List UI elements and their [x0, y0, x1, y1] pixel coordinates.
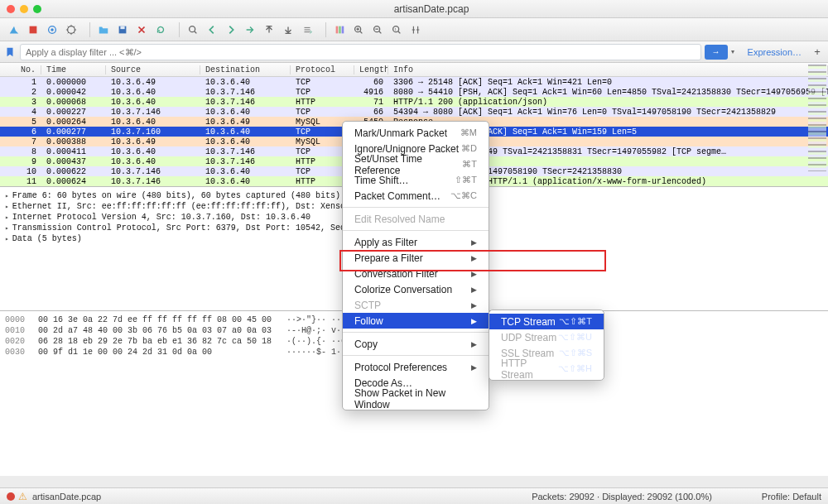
reload-file-button[interactable] [152, 21, 170, 39]
svg-rect-7 [336, 26, 339, 33]
window-title: artisanDate.pcap [41, 3, 821, 15]
resize-columns-button[interactable] [407, 21, 425, 39]
ctx-time-reference[interactable]: Set/Unset Time Reference⌘T [343, 156, 489, 172]
context-menu: Mark/Unmark Packet⌘M Ignore/Unignore Pac… [342, 121, 489, 410]
col-destination[interactable]: Destination [200, 65, 291, 74]
titlebar: artisanDate.pcap [0, 0, 828, 18]
packet-minimap[interactable] [808, 64, 826, 171]
ctx-prepare-filter[interactable]: Prepare a Filter▶ [343, 250, 489, 266]
status-packets: Packets: 29092 · Displayed: 29092 (100.0… [532, 492, 712, 502]
ctx-packet-comment[interactable]: Packet Comment…⌥⌘C [343, 188, 489, 204]
ctx-copy[interactable]: Copy▶ [343, 336, 489, 352]
filter-dropdown-icon[interactable]: ▾ [731, 48, 739, 55]
table-row[interactable]: 40.00022710.3.7.14610.3.6.40TCP6654394 →… [0, 107, 828, 117]
table-row[interactable]: 30.00006810.3.6.4010.3.7.146HTTP71HTTP/1… [0, 97, 828, 107]
sub-tcp-stream[interactable]: TCP Stream⌥⇧⌘T [489, 314, 604, 329]
ctx-protocol-preferences[interactable]: Protocol Preferences▶ [343, 359, 489, 375]
ctx-sctp: SCTP▶ [343, 297, 489, 313]
display-filter-input[interactable] [20, 44, 701, 60]
maximize-window-button[interactable] [33, 5, 41, 13]
col-source[interactable]: Source [106, 65, 200, 74]
col-time[interactable]: Time [41, 65, 106, 74]
svg-point-6 [190, 26, 195, 31]
colorize-button[interactable] [330, 21, 349, 39]
ctx-apply-filter[interactable]: Apply as Filter▶ [343, 234, 489, 250]
packet-list-header: No. Time Source Destination Protocol Len… [0, 63, 828, 77]
ctx-colorize-conversation[interactable]: Colorize Conversation▶ [343, 281, 489, 297]
ctx-mark-packet[interactable]: Mark/Unmark Packet⌘M [343, 125, 489, 141]
status-file: artisanDate.pcap [32, 492, 532, 502]
stop-capture-button[interactable] [24, 21, 42, 39]
svg-rect-8 [339, 26, 341, 33]
expert-info-led[interactable] [7, 492, 15, 501]
sub-http-stream: HTTP Stream⌥⇧⌘H [489, 361, 604, 377]
status-profile[interactable]: Profile: Default [762, 492, 821, 502]
ctx-conversation-filter[interactable]: Conversation Filter▶ [343, 266, 489, 281]
go-back-button[interactable] [203, 21, 221, 39]
col-no[interactable]: No. [0, 65, 41, 74]
add-filter-button[interactable]: + [810, 46, 825, 58]
svg-text:1: 1 [394, 26, 397, 31]
expression-button[interactable]: Expression… [743, 46, 806, 59]
ctx-edit-resolved-name: Edit Resolved Name [343, 211, 489, 227]
svg-rect-9 [342, 26, 344, 33]
save-file-button[interactable] [113, 21, 132, 39]
warning-icon[interactable]: ⚠︎ [18, 491, 27, 502]
apply-filter-button[interactable] [705, 45, 728, 60]
col-info[interactable]: Info [388, 65, 828, 74]
col-protocol[interactable]: Protocol [291, 65, 354, 74]
main-toolbar: 1 [0, 18, 828, 41]
table-row[interactable]: 10.00000010.3.6.4910.3.6.40TCP603306 → 2… [0, 77, 828, 87]
zoom-in-button[interactable] [349, 21, 368, 39]
bookmark-filter-icon[interactable] [3, 46, 17, 59]
capture-options-button[interactable] [62, 21, 80, 39]
ctx-follow[interactable]: Follow▶ TCP Stream⌥⇧⌘T UDP Stream⌥⇧⌘U SS… [343, 313, 489, 329]
col-length[interactable]: Length [354, 65, 388, 74]
autoscroll-button[interactable] [298, 21, 316, 39]
table-row[interactable]: 20.00004210.3.6.4010.3.7.146TCP49168080 … [0, 87, 828, 97]
status-bar: ⚠︎ artisanDate.pcap Packets: 29092 · Dis… [0, 487, 828, 504]
go-forward-button[interactable] [222, 21, 240, 39]
go-to-packet-button[interactable] [241, 21, 259, 39]
go-last-button[interactable] [279, 21, 297, 39]
zoom-reset-button[interactable]: 1 [388, 21, 406, 39]
svg-rect-5 [120, 26, 124, 29]
filter-bar: ▾ Expression… + [0, 41, 828, 63]
sub-udp-stream: UDP Stream⌥⇧⌘U [489, 329, 604, 345]
svg-point-2 [51, 28, 54, 31]
close-file-button[interactable] [132, 21, 151, 39]
minimize-window-button[interactable] [20, 5, 28, 13]
open-file-button[interactable] [94, 21, 113, 39]
shark-fin-icon[interactable] [5, 21, 23, 39]
ctx-show-new-window[interactable]: Show Packet in New Window [343, 391, 489, 406]
go-first-button[interactable] [260, 21, 278, 39]
find-packet-button[interactable] [184, 21, 202, 39]
restart-capture-button[interactable] [43, 21, 61, 39]
svg-rect-0 [30, 26, 37, 33]
zoom-out-button[interactable] [368, 21, 387, 39]
follow-submenu: TCP Stream⌥⇧⌘T UDP Stream⌥⇧⌘U SSL Stream… [489, 310, 604, 381]
close-window-button[interactable] [7, 5, 15, 13]
